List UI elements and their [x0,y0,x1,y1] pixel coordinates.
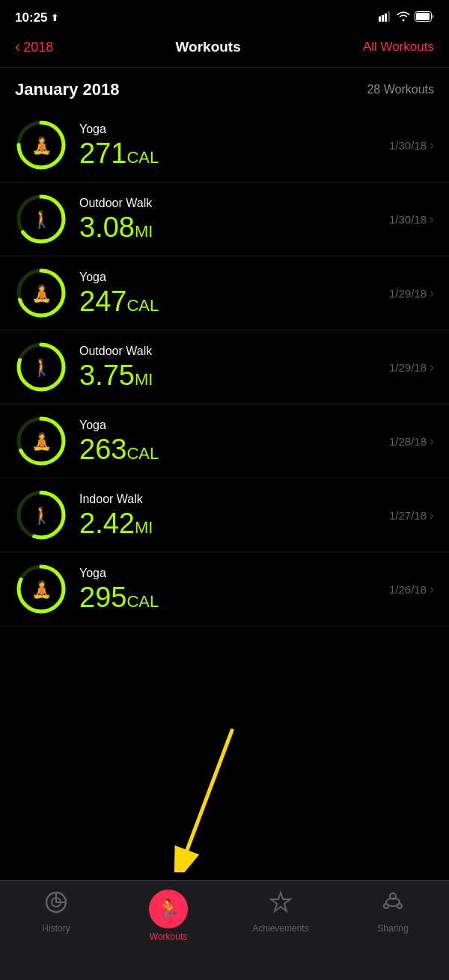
tab-achievements[interactable]: Achievements [224,890,337,934]
back-label: 2018 [23,40,53,55]
workout-info: Outdoor Walk 3.75MI [79,345,389,389]
workout-type: Yoga [79,271,389,284]
workout-value: 2.42MI [79,509,389,537]
workout-item[interactable]: 🧘 Yoga 247CAL 1/29/18 › [0,256,449,330]
workout-date: 1/29/18 › [389,360,434,375]
svg-rect-1 [382,15,384,22]
svg-text:🧘: 🧘 [31,283,52,303]
tab-workouts[interactable]: 🏃 Workouts [112,890,224,942]
workout-date: 1/27/18 › [389,508,434,523]
workout-ring-icon: 🧘 [15,563,67,615]
workout-item[interactable]: 🧘 Yoga 263CAL 1/28/18 › [0,404,449,478]
workout-value: 3.75MI [79,361,389,389]
workout-value: 247CAL [79,287,389,315]
workout-value: 263CAL [79,435,389,463]
workout-type: Yoga [79,419,389,432]
signal-icon [379,11,392,25]
section-month: January 2018 [15,80,119,99]
workout-type: Yoga [79,567,389,580]
history-icon [43,890,69,920]
wifi-icon [397,11,410,25]
sharing-tab-label: Sharing [377,923,408,934]
workouts-active-circle: 🏃 [149,890,188,928]
workout-item[interactable]: 🚶 Outdoor Walk 3.75MI 1/29/18 › [0,330,449,404]
workout-type: Outdoor Walk [79,345,389,358]
sharing-icon [380,890,406,920]
workout-item[interactable]: 🚶 Indoor Walk 2.42MI 1/27/18 › [0,478,449,552]
svg-text:🧘: 🧘 [31,135,52,155]
workout-ring-icon: 🚶 [15,489,67,541]
svg-rect-5 [416,13,430,20]
status-time: 10:25 ⬆ [15,10,58,25]
chevron-left-icon: ‹ [15,37,20,57]
workout-item[interactable]: 🧘 Yoga 295CAL 1/26/18 › [0,552,449,626]
workout-type: Yoga [79,123,389,136]
battery-icon [415,11,434,25]
svg-rect-2 [385,13,387,22]
workout-ring-icon: 🚶 [15,193,67,245]
back-button[interactable]: ‹ 2018 [15,37,53,57]
workout-ring-icon: 🚶 [15,341,67,393]
svg-text:🚶: 🚶 [31,357,52,377]
workout-value: 3.08MI [79,213,389,241]
chevron-right-icon: › [430,360,434,375]
chevron-right-icon: › [430,212,434,227]
chevron-right-icon: › [430,286,434,301]
svg-rect-3 [388,11,390,22]
annotation-arrow [165,723,254,875]
tab-history[interactable]: History [0,890,112,934]
workout-value: 271CAL [79,139,389,167]
workout-info: Yoga 247CAL [79,271,389,315]
workout-info: Indoor Walk 2.42MI [79,493,389,537]
workout-type: Outdoor Walk [79,197,389,210]
workout-ring-icon: 🧘 [15,119,67,171]
svg-point-32 [384,904,388,908]
workout-info: Yoga 271CAL [79,123,389,167]
chevron-right-icon: › [430,582,434,597]
nav-bar: ‹ 2018 Workouts All Workouts [0,31,449,68]
workout-date: 1/28/18 › [389,434,434,449]
workout-ring-icon: 🧘 [15,415,67,467]
workout-info: Yoga 263CAL [79,419,389,463]
nav-title: Workouts [176,39,241,55]
workout-item[interactable]: 🚶 Outdoor Walk 3.08MI 1/30/18 › [0,182,449,256]
workout-item[interactable]: 🧘 Yoga 271CAL 1/30/18 › [0,108,449,182]
section-header: January 2018 28 Workouts [0,68,449,108]
workouts-icon: 🏃 [156,898,180,921]
history-tab-label: History [42,923,70,934]
location-arrow-icon: ⬆ [51,13,58,23]
chevron-right-icon: › [430,138,434,153]
workout-date: 1/30/18 › [389,138,434,153]
workouts-tab-label: Workouts [150,931,187,942]
chevron-right-icon: › [430,434,434,449]
workout-value: 295CAL [79,583,389,611]
svg-marker-30 [271,893,290,911]
svg-text:🚶: 🚶 [31,209,52,229]
workout-date: 1/30/18 › [389,212,434,227]
svg-text:🚶: 🚶 [31,505,52,526]
workout-ring-icon: 🧘 [15,267,67,319]
svg-text:🧘: 🧘 [31,431,52,452]
svg-point-33 [397,904,402,908]
workout-date: 1/26/18 › [389,582,434,597]
workout-list: 🧘 Yoga 271CAL 1/30/18 › 🚶 Outdoor Walk 3… [0,108,449,626]
section-count: 28 Workouts [367,83,434,96]
chevron-right-icon: › [430,508,434,523]
status-icons [379,11,434,25]
achievements-tab-label: Achievements [252,923,308,934]
svg-rect-0 [379,16,381,22]
tab-sharing[interactable]: Sharing [337,890,449,934]
all-workouts-button[interactable]: All Workouts [363,40,434,55]
workout-date: 1/29/18 › [389,286,434,301]
workout-info: Outdoor Walk 3.08MI [79,197,389,241]
svg-text:🧘: 🧘 [31,579,52,600]
tab-bar: History 🏃 Workouts Achievements Sharing [0,880,449,980]
status-bar: 10:25 ⬆ [0,0,449,31]
workout-type: Indoor Walk [79,493,389,506]
achievements-icon [268,890,293,920]
workout-info: Yoga 295CAL [79,567,389,611]
